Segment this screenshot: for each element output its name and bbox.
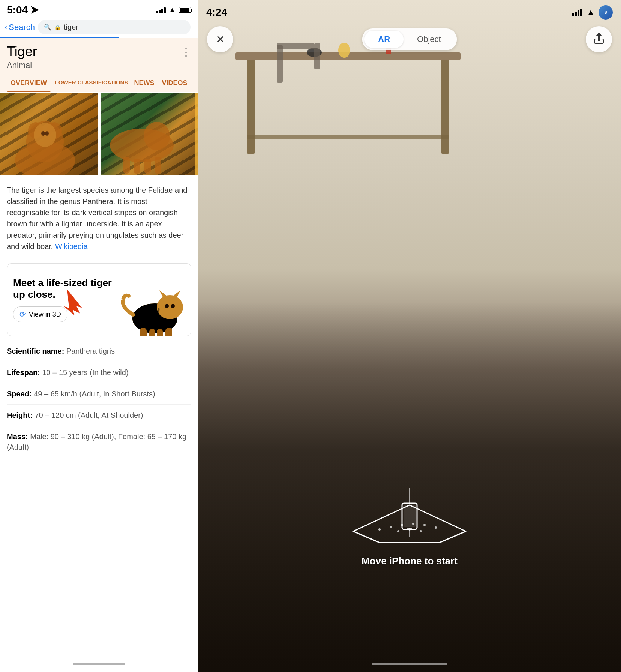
- search-icon: 🔍: [44, 24, 51, 31]
- svg-point-23: [171, 304, 175, 308]
- svg-rect-39: [578, 10, 579, 16]
- arrow-overlay: [56, 285, 93, 317]
- svg-rect-30: [247, 135, 449, 139]
- status-right-left: ▲: [156, 6, 191, 14]
- signal-icon-right: [572, 9, 583, 16]
- share-icon-svg: [594, 32, 604, 44]
- close-icon: ✕: [216, 33, 225, 46]
- svg-marker-42: [596, 32, 602, 36]
- svg-point-49: [435, 526, 437, 529]
- svg-point-5: [41, 131, 45, 136]
- image-gallery: [0, 92, 198, 175]
- svg-rect-9: [123, 157, 130, 174]
- ar-scan-area: Move iPhone to start: [350, 471, 470, 567]
- signal-bar-4: [164, 8, 166, 14]
- svg-rect-40: [580, 9, 582, 16]
- svg-rect-54: [404, 505, 416, 527]
- ar-scan-svg: [350, 471, 470, 546]
- content-tabs: OVERVIEW LOWER CLASSIFICATIONS NEWS VIDE…: [0, 75, 198, 92]
- card-3d: Meet a life-sized tiger up close. ⟳ View…: [7, 263, 191, 336]
- ar-tab-button[interactable]: AR: [364, 31, 404, 48]
- signal-bar-3: [161, 9, 163, 14]
- time-display-left: 5:04: [7, 4, 28, 16]
- description-card: The tiger is the largest species among t…: [0, 178, 198, 259]
- search-bar[interactable]: 🔍 🔒 tiger: [38, 20, 190, 34]
- arrow-svg: [56, 285, 93, 315]
- svg-point-6: [45, 131, 49, 136]
- svg-point-44: [378, 528, 381, 531]
- right-panel: 4:24 ▲ S ✕ AR Object: [198, 0, 621, 672]
- facts-list: Scientific name: Panthera tigris Lifespa…: [0, 340, 198, 462]
- tiger-silhouette-1: [8, 108, 82, 175]
- status-bar-right: 4:24 ▲ S: [198, 0, 621, 22]
- fact-scientific-name: Scientific name: Panthera tigris: [7, 340, 191, 362]
- svg-rect-38: [575, 12, 577, 16]
- description-text: The tiger is the largest species among t…: [7, 184, 191, 252]
- battery-fill-left: [180, 8, 189, 12]
- tiger-3d-image: [117, 270, 185, 330]
- svg-rect-15: [140, 328, 147, 336]
- svg-rect-37: [572, 13, 574, 16]
- tab-videos[interactable]: VIDEOS: [158, 75, 191, 92]
- wikipedia-link[interactable]: Wikipedia: [55, 242, 88, 250]
- tab-lower-classifications[interactable]: LOWER CLASSIFICATIONS: [53, 75, 130, 92]
- wifi-icon-right: ▲: [586, 8, 595, 17]
- nav-bar-left: ‹ Search 🔍 🔒 tiger: [0, 18, 198, 37]
- svg-rect-41: [598, 35, 600, 41]
- back-button[interactable]: ‹ Search: [4, 22, 35, 32]
- 3d-icon: ⟳: [20, 310, 26, 319]
- svg-rect-55: [407, 528, 412, 530]
- share-button[interactable]: [586, 26, 612, 52]
- home-indicator-left: [73, 663, 125, 665]
- svg-rect-11: [144, 159, 151, 174]
- location-icon: ➤: [30, 4, 39, 16]
- svg-rect-17: [157, 329, 163, 336]
- svg-rect-12: [154, 157, 161, 174]
- fact-speed: Speed: 49 – 65 km/h (Adult, In Short Bur…: [7, 383, 191, 405]
- fact-lifespan: Lifespan: 10 – 15 years (In the wild): [7, 362, 191, 383]
- search-query: tiger: [64, 23, 78, 32]
- status-time-left: 5:04 ➤: [7, 4, 39, 16]
- svg-point-4: [34, 123, 56, 147]
- battery-icon-left: [178, 7, 191, 13]
- svg-rect-18: [165, 328, 172, 336]
- wifi-icon-left: ▲: [169, 6, 176, 14]
- signal-bars-left: [156, 7, 166, 14]
- ar-controls: ✕ AR Object: [198, 26, 621, 52]
- status-bar-left: 5:04 ➤ ▲: [0, 0, 198, 18]
- avatar-right: S: [598, 5, 613, 20]
- svg-rect-28: [247, 60, 255, 154]
- share-icon: [594, 32, 604, 47]
- signal-bar-1: [156, 11, 158, 14]
- svg-rect-10: [134, 159, 140, 174]
- svg-rect-29: [441, 60, 449, 154]
- object-tab-button[interactable]: Object: [404, 31, 454, 48]
- signal-bar-2: [159, 10, 160, 14]
- tiger-image-2[interactable]: [100, 93, 198, 175]
- tab-overview[interactable]: OVERVIEW: [7, 75, 51, 92]
- ar-instruction: Move iPhone to start: [362, 555, 458, 567]
- entity-title-row: Tiger ⋮: [7, 44, 191, 60]
- entity-header: Tiger ⋮ Animal: [0, 38, 198, 75]
- close-button[interactable]: ✕: [207, 26, 233, 52]
- fact-height: Height: 70 – 120 cm (Adult, At Shoulder): [7, 405, 191, 426]
- svg-point-45: [390, 526, 392, 528]
- left-panel: 5:04 ➤ ▲ ‹ Search 🔍 🔒 tiger: [0, 0, 198, 672]
- more-options-button[interactable]: ⋮: [181, 46, 191, 58]
- time-display-right: 4:24: [206, 6, 227, 18]
- fact-mass: Mass: Male: 90 – 310 kg (Adult), Female:…: [7, 426, 191, 458]
- svg-point-8: [144, 122, 170, 150]
- entity-title: Tiger: [7, 44, 37, 60]
- right-status-icons: ▲ S: [572, 5, 613, 20]
- entity-subtitle: Animal: [7, 60, 191, 70]
- svg-rect-16: [149, 329, 155, 336]
- svg-point-52: [420, 530, 422, 532]
- svg-point-19: [157, 295, 183, 319]
- home-indicator-right: [372, 663, 447, 665]
- tiger-image-1[interactable]: [0, 93, 98, 175]
- tab-news[interactable]: NEWS: [130, 75, 158, 92]
- back-label: Search: [9, 22, 35, 32]
- svg-point-50: [397, 530, 399, 532]
- tiger-3d-svg: [117, 270, 189, 336]
- ar-object-toggle: AR Object: [362, 28, 456, 50]
